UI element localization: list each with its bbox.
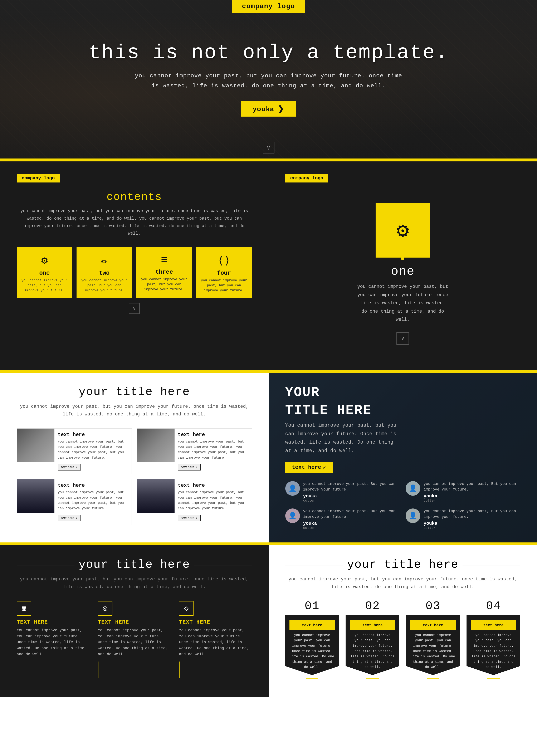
contents-divider-right [166,198,252,198]
card-3-text: you cannot improve your past, but you ca… [58,490,128,511]
team-desc-3: you cannot improve your past, But you ca… [303,508,400,520]
circle-icon: ◎ [103,604,107,613]
logo-bar: company logo [232,0,305,13]
icon-block-2: ◎ TEXT HERE You cannot improve your past… [98,601,171,678]
team-role-2: cotter [424,499,520,503]
team-role-1: cotter [303,499,400,503]
num-card-1: text here you cannot improve your past. … [285,615,339,675]
team-name-3: youka [303,521,400,526]
team-text-3: you cannot improve your past, But you ca… [303,508,400,530]
hero-title: this is not only a template. [89,41,448,64]
card-1-btn[interactable]: text here › [58,464,81,471]
contents-item-1: ⚙ one you cannot improve your past, but … [17,247,72,298]
hero-scroll-chevron[interactable]: ∨ [263,142,274,153]
share-icon: ⟨⟩ [200,254,248,267]
card-item-3: text here you cannot improve your past, … [17,479,132,525]
team-item-4: 👤 you cannot improve your past, But you … [406,508,520,530]
gear-icon-large: ⚙ [396,218,409,243]
avatar-2: 👤 [406,481,420,496]
card-img-city-3 [17,479,55,513]
one-content: ⚙ one you cannot improve your past, but … [285,191,520,357]
item-2-desc: you cannot improve your past, but you ca… [81,278,128,293]
card-2-heading: text here [178,432,248,438]
hero-content: this is not only a template. you cannot … [89,41,448,117]
numbered-col-1: 01 text here you cannot improve your pas… [285,599,339,679]
num-card-text-4: you cannot improve your past. you can im… [471,633,516,670]
team-item-1: 👤 you cannot improve your past, But you … [285,481,400,503]
icon-block-3-text: You cannot improve your past, You can im… [179,627,252,657]
document-icon: ▦ [22,604,26,613]
contents-logo: company logo [17,174,60,183]
edit-icon: ✏ [81,254,128,267]
bottom-white-subtitle: you cannot improve your past, but you ca… [285,575,520,591]
icon-circle-2: ◎ [98,601,112,616]
card-img-3 [17,479,55,513]
icon-circle-1: ▦ [17,601,31,616]
num-card-2: text here you cannot improve your past. … [346,615,399,675]
card-1-heading: text here [58,432,128,438]
slide-contents: company logo contents you cannot improve… [0,161,268,370]
card-4-text: you cannot improve your past, but you ca… [178,490,248,511]
team-role-4: cotter [424,526,520,530]
item-4-label: four [200,270,248,276]
card-4-btn[interactable]: text here › [178,515,201,522]
bottom-slides: your title here you cannot improve your … [0,545,537,697]
gear-dot [401,257,404,260]
bottom-dark-divider-left [17,566,74,566]
icon-block-3: ◇ TEXT HERE You cannot improve your past… [179,601,252,678]
num-card-text-3: you cannot improve your past. you can im… [410,633,456,670]
bottom-white-divider-left [285,566,343,566]
card-3-btn[interactable]: text here › [58,515,81,522]
card-item-1: text here you cannot improve your past, … [17,428,132,474]
num-yellow-bar-1 [306,678,318,679]
diamond-icon: ◇ [184,604,189,613]
slide-title-white: your title here you cannot improve your … [0,373,268,542]
num-card-badge-2: text here [350,620,395,630]
contents-item-3: ≡ three you cannot improve your past, bu… [136,247,192,298]
hero-btn-arrow-icon: ❯ [277,105,284,113]
yellow-divider-2 [0,370,537,373]
bottom-dark-title: your title here [79,558,190,571]
contents-title: contents [106,191,162,203]
gear-icon: ⚙ [21,254,68,267]
slide-nav-down[interactable]: ∨ [129,303,140,314]
num-card-4: text here you cannot improve your past. … [467,615,520,675]
list-icon: ≡ [141,254,188,266]
contents-item-4: ⟨⟩ four you cannot improve your past, bu… [196,247,252,298]
slide-one-inner: company logo ⚙ one you cannot improve yo… [268,161,537,370]
hero-cta-button[interactable]: youka ❯ [241,101,296,117]
text-here-badge: text here ✓ [285,462,333,473]
icon-block-1-title: TEXT HERE [17,619,48,625]
item-3-desc: you cannot improve your past, but you ca… [141,277,188,292]
hero-section: company logo this is not only a template… [0,0,537,158]
card-1-text: you cannot improve your past, but you ca… [58,439,128,460]
card-4-arrow-icon: › [196,516,197,520]
num-label-4: 04 [467,599,520,613]
numbered-col-2: 02 text here you cannot improve your pas… [346,599,399,679]
one-description: you cannot improve your past, but you ca… [357,282,449,324]
team-text-4: you cannot improve your past, But you ca… [424,508,520,530]
card-content-3: text here you cannot improve your past, … [58,479,132,525]
card-1-arrow-icon: › [76,465,77,469]
item-1-label: one [21,270,68,276]
card-img-1 [17,429,55,462]
team-desc-4: you cannot improve your past, But you ca… [424,508,520,520]
item-3-label: three [141,269,188,275]
one-nav-btn[interactable]: ∨ [396,332,409,345]
card-content-1: text here you cannot improve your past, … [58,429,132,474]
team-name-1: youka [303,494,400,499]
company-logo: company logo [232,0,305,13]
numbered-col-3: 03 text here you cannot improve your pas… [406,599,460,679]
yellow-divider-1 [0,158,537,161]
card-2-btn[interactable]: text here › [178,464,201,471]
icon-block-3-title: TEXT HERE [179,619,210,625]
num-label-3: 03 [406,599,460,613]
yellow-divider-3 [0,542,537,545]
team-text-1: you cannot improve your past, But you ca… [303,481,400,503]
gear-box: ⚙ [376,203,430,258]
avatar-3: 👤 [285,508,300,523]
contents-divider-left [17,198,103,198]
dark-title-subtitle: You cannot improve your past, but you ca… [285,421,402,455]
hero-subtitle: you cannot improve your past, but you ca… [89,71,448,91]
icon-block-1-text: You cannot improve your past, You can im… [17,627,90,657]
